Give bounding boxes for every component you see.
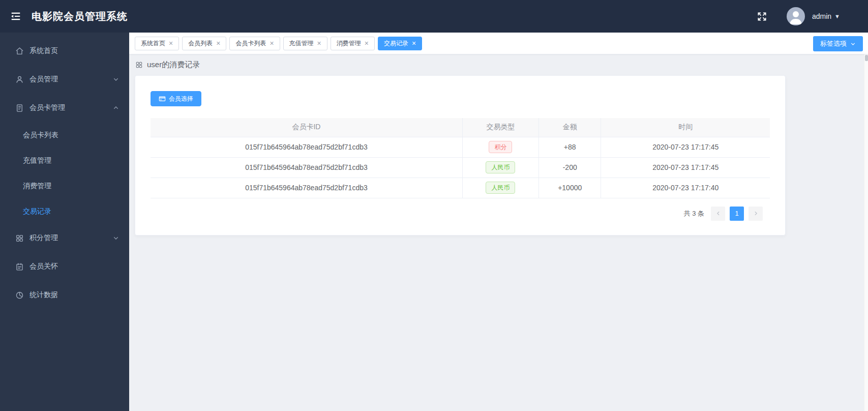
tab-bar: 系统首页×会员列表×会员卡列表×充值管理×消费管理×交易记录× 标签选项 — [129, 33, 868, 54]
cell-amount: -200 — [539, 157, 601, 178]
tab-label: 系统首页 — [141, 39, 165, 48]
tag-options-label: 标签选项 — [820, 39, 847, 48]
table-row: 015f71b645964ab78ead75d2bf71cdb3人民币-2002… — [151, 157, 770, 178]
sidebar-item-statistics[interactable]: 统计数据 — [0, 281, 129, 309]
pagination-total: 共 3 条 — [684, 209, 704, 218]
app-title: 电影院会员管理系统 — [32, 10, 128, 23]
tab-label: 会员卡列表 — [235, 39, 266, 48]
cell-amount: +10000 — [539, 178, 601, 198]
scrollbar-thumb[interactable] — [865, 55, 868, 61]
sidebar-item-label: 会员管理 — [29, 75, 113, 84]
pagination: 共 3 条 1 — [151, 207, 770, 221]
sidebar-item-points-management[interactable]: 积分管理 — [0, 224, 129, 252]
cell-time: 2020-07-23 17:17:45 — [601, 157, 770, 178]
close-icon[interactable]: × — [317, 40, 321, 47]
header-right: admin ▼ — [757, 7, 840, 25]
table-row: 015f71b645964ab78ead75d2bf71cdb3人民币+1000… — [151, 178, 770, 198]
transaction-type-tag: 积分 — [489, 141, 512, 153]
column-header: 会员卡ID — [151, 118, 462, 137]
cell-time: 2020-07-23 17:17:40 — [601, 178, 770, 198]
chevron-up-icon — [113, 105, 119, 111]
column-header: 金额 — [539, 118, 601, 137]
tab-list: 系统首页×会员列表×会员卡列表×充值管理×消费管理×交易记录× — [135, 37, 422, 50]
sidebar-item-label: 会员关怀 — [29, 262, 119, 271]
sidebar-item-home[interactable]: 系统首页 — [0, 37, 129, 65]
close-icon[interactable]: × — [365, 40, 369, 47]
sidebar-item-label: 会员卡管理 — [29, 103, 113, 112]
tab-label: 消费管理 — [337, 39, 361, 48]
table-row: 015f71b645964ab78ead75d2bf71cdb3积分+88202… — [151, 137, 770, 157]
scrollbar[interactable] — [864, 54, 868, 411]
sidebar: 系统首页会员管理会员卡管理会员卡列表充值管理消费管理交易记录积分管理会员关怀统计… — [0, 33, 129, 411]
cell-transaction-type: 人民币 — [462, 157, 538, 178]
member-select-label: 会员选择 — [169, 95, 193, 103]
close-icon[interactable]: × — [216, 40, 220, 47]
grid-icon — [15, 233, 24, 243]
bank-card-icon — [159, 95, 166, 102]
cell-card-id: 015f71b645964ab78ead75d2bf71cdb3 — [151, 157, 462, 178]
sidebar-subitem-consumption-management[interactable]: 消费管理 — [0, 173, 129, 198]
table-header-row: 会员卡ID交易类型金额时间 — [151, 118, 770, 137]
sidebar-item-label: 统计数据 — [29, 290, 119, 300]
prev-page-button[interactable] — [711, 207, 725, 221]
sidebar-subitem-member-card-list[interactable]: 会员卡列表 — [0, 122, 129, 148]
cell-amount: +88 — [539, 137, 601, 157]
tab-label: 充值管理 — [289, 39, 314, 48]
app-header: 电影院会员管理系统 admin ▼ — [0, 0, 868, 33]
tab-label: 会员列表 — [188, 39, 213, 48]
chevron-down-icon — [113, 76, 119, 82]
sidebar-item-label: 积分管理 — [29, 233, 113, 243]
user-icon — [15, 75, 24, 84]
tab-member-card-list[interactable]: 会员卡列表× — [229, 37, 280, 50]
tab-consumption-management[interactable]: 消费管理× — [331, 37, 375, 50]
page-number-button[interactable]: 1 — [730, 207, 744, 221]
caret-down-icon: ▼ — [834, 13, 840, 19]
cell-time: 2020-07-23 17:17:45 — [601, 137, 770, 157]
tab-member-list[interactable]: 会员列表× — [182, 37, 226, 50]
content-card: 会员选择 会员卡ID交易类型金额时间 015f71b645964ab78ead7… — [135, 75, 786, 236]
tag-options-button[interactable]: 标签选项 — [813, 36, 863, 51]
chevron-down-icon — [113, 235, 119, 241]
sidebar-subitem-recharge-management[interactable]: 充值管理 — [0, 148, 129, 173]
close-icon[interactable]: × — [169, 40, 173, 47]
grid-icon — [135, 61, 143, 69]
sidebar-nav: 系统首页会员管理会员卡管理会员卡列表充值管理消费管理交易记录积分管理会员关怀统计… — [0, 37, 129, 309]
tab-label: 交易记录 — [384, 39, 408, 48]
page-heading: user的消费记录 — [129, 54, 868, 75]
column-header: 时间 — [601, 118, 770, 137]
column-header: 交易类型 — [462, 118, 538, 137]
member-select-button[interactable]: 会员选择 — [151, 91, 201, 106]
avatar[interactable] — [787, 7, 805, 25]
cell-card-id: 015f71b645964ab78ead75d2bf71cdb3 — [151, 178, 462, 198]
fullscreen-icon[interactable] — [757, 11, 767, 21]
tab-transaction-records[interactable]: 交易记录× — [378, 37, 422, 50]
main-area: 系统首页×会员列表×会员卡列表×充值管理×消费管理×交易记录× 标签选项 use… — [129, 33, 868, 411]
cell-card-id: 015f71b645964ab78ead75d2bf71cdb3 — [151, 137, 462, 157]
transaction-type-tag: 人民币 — [486, 161, 515, 173]
sidebar-item-member-care[interactable]: 会员关怀 — [0, 252, 129, 281]
next-page-button[interactable] — [749, 207, 763, 221]
sidebar-item-member-card-management[interactable]: 会员卡管理 — [0, 94, 129, 122]
cell-transaction-type: 人民币 — [462, 178, 538, 198]
close-icon[interactable]: × — [412, 40, 416, 47]
user-menu[interactable]: admin ▼ — [812, 12, 840, 20]
document-icon — [15, 103, 24, 112]
transaction-type-tag: 人民币 — [486, 182, 515, 194]
home-icon — [15, 46, 24, 55]
close-icon[interactable]: × — [270, 40, 274, 47]
transactions-table: 会员卡ID交易类型金额时间 015f71b645964ab78ead75d2bf… — [151, 118, 770, 198]
tab-recharge-management[interactable]: 充值管理× — [283, 37, 327, 50]
sidebar-item-label: 系统首页 — [29, 46, 119, 55]
menu-fold-icon[interactable] — [10, 10, 22, 22]
pie-icon — [15, 290, 24, 300]
page-title: user的消费记录 — [147, 60, 200, 70]
tab-home[interactable]: 系统首页× — [135, 37, 179, 50]
sidebar-subitem-transaction-records[interactable]: 交易记录 — [0, 198, 129, 224]
chevron-down-icon — [850, 41, 856, 47]
cell-transaction-type: 积分 — [462, 137, 538, 157]
sidebar-item-member-management[interactable]: 会员管理 — [0, 65, 129, 94]
username-label: admin — [812, 12, 831, 20]
notebook-icon — [15, 262, 24, 271]
